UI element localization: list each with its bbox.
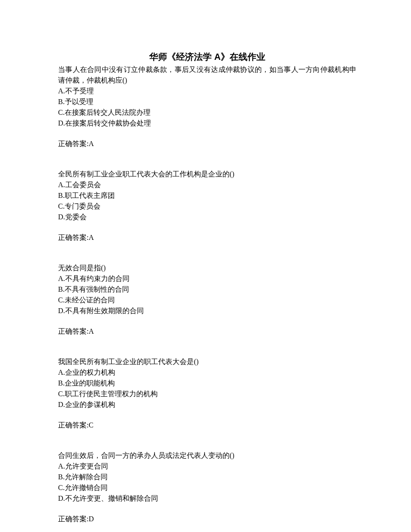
- question-block: 当事人在合同中没有订立仲裁条款，事后又没有达成仲裁协议的，如当事人一方向仲裁机构…: [58, 64, 356, 149]
- answer-text: 正确答案:A: [58, 138, 356, 149]
- question-block: 合同生效后，合同一方的承办人员或法定代表人变动的() A.允许变更合同 B.允许…: [58, 450, 356, 524]
- question-block: 全民所有制工业企业职工代表大会的工作机构是企业的() A.工会委员会 B.职工代…: [58, 169, 356, 243]
- option: D.在接案后转交仲裁协会处理: [58, 118, 356, 129]
- option: B.予以受理: [58, 96, 356, 107]
- question-block: 无效合同是指() A.不具有约束力的合同 B.不具有强制性的合同 C.未经公证的…: [58, 263, 356, 337]
- option: B.允许解除合同: [58, 472, 356, 482]
- option: D.企业的参谋机构: [58, 399, 356, 410]
- option: A.工会委员会: [58, 180, 356, 190]
- question-text: 合同生效后，合同一方的承办人员或法定代表人变动的(): [58, 450, 356, 461]
- answer-text: 正确答案:D: [58, 514, 356, 524]
- option: A.不具有约束力的合同: [58, 273, 356, 284]
- question-block: 我国全民所有制工业企业的职工代表大会是() A.企业的权力机构 B.企业的职能机…: [58, 356, 356, 431]
- question-text: 全民所有制工业企业职工代表大会的工作机构是企业的(): [58, 169, 356, 180]
- option: A.企业的权力机构: [58, 367, 356, 378]
- answer-text: 正确答案:A: [58, 232, 356, 243]
- option: B.不具有强制性的合同: [58, 284, 356, 295]
- option: D.不允许变更、撤销和解除合同: [58, 493, 356, 504]
- option: D.不具有附生效期限的合同: [58, 306, 356, 316]
- question-text: 当事人在合同中没有订立仲裁条款，事后又没有达成仲裁协议的，如当事人一方向仲裁机构…: [58, 64, 356, 86]
- document-page: 华师《经济法学 A》在线作业 当事人在合同中没有订立仲裁条款，事后又没有达成仲裁…: [0, 0, 411, 532]
- option: C.专门委员会: [58, 201, 356, 212]
- question-text: 我国全民所有制工业企业的职工代表大会是(): [58, 356, 356, 367]
- question-text: 无效合同是指(): [58, 263, 356, 273]
- option: B.职工代表主席团: [58, 190, 356, 201]
- option: C.在接案后转交人民法院办理: [58, 107, 356, 118]
- page-title: 华师《经济法学 A》在线作业: [58, 50, 356, 63]
- option: C.职工行使民主管理权力的机构: [58, 389, 356, 399]
- option: B.企业的职能机构: [58, 378, 356, 389]
- option: A.不予受理: [58, 86, 356, 96]
- answer-text: 正确答案:A: [58, 326, 356, 337]
- option: C.允许撤销合同: [58, 482, 356, 493]
- option: C.未经公证的合同: [58, 295, 356, 306]
- option: D.党委会: [58, 212, 356, 222]
- option: A.允许变更合同: [58, 461, 356, 472]
- answer-text: 正确答案:C: [58, 420, 356, 431]
